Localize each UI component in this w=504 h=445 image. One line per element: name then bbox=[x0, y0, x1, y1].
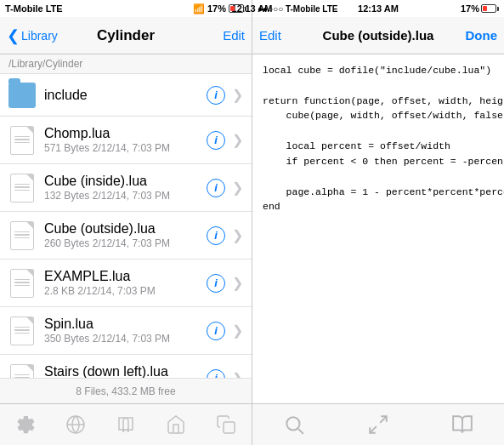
file-info: Stairs (down left).lua 138 Bytes 2/12/14… bbox=[44, 364, 207, 378]
file-meta: 260 Bytes 2/12/14, 7:03 PM bbox=[44, 237, 207, 249]
right-battery-label: 17% bbox=[461, 3, 479, 14]
info-button[interactable]: i bbox=[207, 322, 225, 340]
bluetooth-icon: 📶 bbox=[193, 3, 205, 14]
info-button[interactable]: i bbox=[207, 86, 225, 105]
list-item[interactable]: Cube (outside).lua 260 Bytes 2/12/14, 7:… bbox=[0, 212, 252, 260]
list-item[interactable]: Chomp.lua 571 Bytes 2/12/14, 7:03 PM i ❯ bbox=[0, 117, 252, 164]
chevron-right-icon: ❯ bbox=[232, 227, 243, 243]
left-status-bar: T-Mobile LTE 12:13 AM 📶 17% bbox=[0, 0, 252, 17]
doc-icon bbox=[8, 220, 36, 251]
right-time: 12:13 AM bbox=[358, 3, 399, 14]
back-label: Library bbox=[21, 29, 58, 43]
info-button[interactable]: i bbox=[207, 369, 225, 379]
file-info: Cube (outside).lua 260 Bytes 2/12/14, 7:… bbox=[44, 221, 207, 249]
file-name: Spin.lua bbox=[44, 317, 207, 332]
code-editor[interactable]: local cube = dofile("include/cube.lua") … bbox=[252, 54, 504, 403]
right-panel: ●●○○○ T-Mobile LTE 12:13 AM 17% Edit Cub… bbox=[252, 0, 504, 445]
doc-icon bbox=[8, 125, 36, 156]
left-battery-area: 📶 17% bbox=[193, 3, 246, 14]
settings-tab[interactable] bbox=[15, 414, 36, 435]
copy-tab[interactable] bbox=[216, 414, 236, 435]
right-tab-bar bbox=[252, 403, 504, 445]
file-actions: i ❯ bbox=[207, 274, 243, 293]
file-meta: 350 Bytes 2/12/14, 7:03 PM bbox=[44, 333, 207, 345]
globe-icon bbox=[65, 414, 86, 435]
file-meta: 571 Bytes 2/12/14, 7:03 PM bbox=[44, 142, 207, 154]
doc-icon bbox=[8, 268, 36, 299]
home-tab[interactable] bbox=[166, 414, 186, 435]
folder-icon bbox=[8, 80, 36, 111]
file-actions: i ❯ bbox=[207, 131, 243, 150]
file-name: Cube (inside).lua bbox=[44, 174, 207, 189]
file-info: EXAMPLE.lua 2.8 KB 2/12/14, 7:03 PM bbox=[44, 269, 207, 297]
left-panel: T-Mobile LTE 12:13 AM 📶 17% ❮ Library Cy… bbox=[0, 0, 252, 445]
svg-point-2 bbox=[287, 417, 300, 430]
file-meta: 132 Bytes 2/12/14, 7:03 PM bbox=[44, 190, 207, 202]
svg-line-4 bbox=[380, 416, 387, 423]
home-icon bbox=[166, 414, 186, 435]
copy-icon bbox=[216, 414, 236, 435]
chevron-right-icon: ❯ bbox=[232, 87, 243, 103]
resize-icon bbox=[367, 414, 389, 436]
file-info: Cube (inside).lua 132 Bytes 2/12/14, 7:0… bbox=[44, 174, 207, 202]
doc-icon bbox=[8, 363, 36, 379]
file-actions: i ❯ bbox=[207, 369, 243, 379]
chevron-right-icon: ❯ bbox=[232, 322, 243, 339]
left-battery-label: 17% bbox=[207, 3, 226, 14]
left-carrier: T-Mobile LTE bbox=[5, 3, 63, 14]
right-edit-button[interactable]: Edit bbox=[259, 28, 281, 43]
chevron-right-icon: ❯ bbox=[232, 180, 243, 196]
list-item[interactable]: Spin.lua 350 Bytes 2/12/14, 7:03 PM i ❯ bbox=[0, 307, 252, 355]
svg-rect-1 bbox=[224, 422, 235, 433]
info-button[interactable]: i bbox=[207, 226, 225, 245]
file-name: Stairs (down left).lua bbox=[44, 364, 207, 378]
file-actions: i ❯ bbox=[207, 179, 243, 197]
reader-tab[interactable] bbox=[451, 414, 473, 436]
chevron-right-icon: ❯ bbox=[232, 275, 243, 291]
file-list: include i ❯ Chomp.lua 571 Bytes 2/12/14,… bbox=[0, 74, 252, 378]
back-button[interactable]: ❮ Library bbox=[7, 28, 58, 43]
left-battery-icon bbox=[229, 4, 246, 13]
svg-line-5 bbox=[370, 426, 377, 433]
file-actions: i ❯ bbox=[207, 86, 243, 105]
edit-button[interactable]: Edit bbox=[223, 28, 245, 43]
left-nav-title: Cylinder bbox=[97, 27, 155, 44]
right-status-bar: ●●○○○ T-Mobile LTE 12:13 AM 17% bbox=[252, 0, 504, 17]
back-chevron-icon: ❮ bbox=[7, 28, 20, 43]
right-battery-area: 17% bbox=[461, 3, 499, 14]
left-tab-bar bbox=[0, 403, 252, 445]
left-nav-bar: ❮ Library Cylinder Edit bbox=[0, 17, 252, 54]
right-battery-icon bbox=[481, 4, 499, 13]
doc-icon bbox=[8, 316, 36, 346]
file-meta: 2.8 KB 2/12/14, 7:03 PM bbox=[44, 285, 207, 297]
chevron-right-icon: ❯ bbox=[232, 370, 243, 378]
gear-icon bbox=[15, 414, 36, 435]
list-item[interactable]: EXAMPLE.lua 2.8 KB 2/12/14, 7:03 PM i ❯ bbox=[0, 260, 252, 307]
file-name: Cube (outside).lua bbox=[44, 221, 207, 237]
file-info: Chomp.lua 571 Bytes 2/12/14, 7:03 PM bbox=[44, 126, 207, 154]
web-tab[interactable] bbox=[65, 414, 86, 435]
file-name: include bbox=[44, 88, 207, 103]
storage-info: 8 Files, 433.2 MB free bbox=[0, 378, 252, 403]
info-button[interactable]: i bbox=[207, 131, 225, 150]
doc-icon bbox=[8, 173, 36, 203]
info-button[interactable]: i bbox=[207, 274, 225, 293]
path-bar: /Library/Cylinder bbox=[0, 54, 252, 74]
list-item[interactable]: include i ❯ bbox=[0, 74, 252, 117]
right-nav-bar: Edit Cube (outside).lua Done bbox=[252, 17, 504, 54]
search-tab[interactable] bbox=[283, 414, 305, 436]
search-icon bbox=[283, 414, 305, 436]
list-item[interactable]: Cube (inside).lua 132 Bytes 2/12/14, 7:0… bbox=[0, 164, 252, 212]
book-open-icon bbox=[451, 414, 473, 436]
info-button[interactable]: i bbox=[207, 179, 225, 197]
file-info: include bbox=[44, 88, 207, 103]
file-actions: i ❯ bbox=[207, 322, 243, 340]
resize-tab[interactable] bbox=[367, 414, 389, 436]
book-tab[interactable] bbox=[116, 414, 136, 435]
chevron-right-icon: ❯ bbox=[232, 132, 243, 148]
done-button[interactable]: Done bbox=[466, 28, 498, 43]
file-name: Chomp.lua bbox=[44, 126, 207, 141]
book-icon bbox=[116, 414, 136, 435]
list-item[interactable]: Stairs (down left).lua 138 Bytes 2/12/14… bbox=[0, 355, 252, 378]
svg-line-3 bbox=[298, 429, 303, 434]
